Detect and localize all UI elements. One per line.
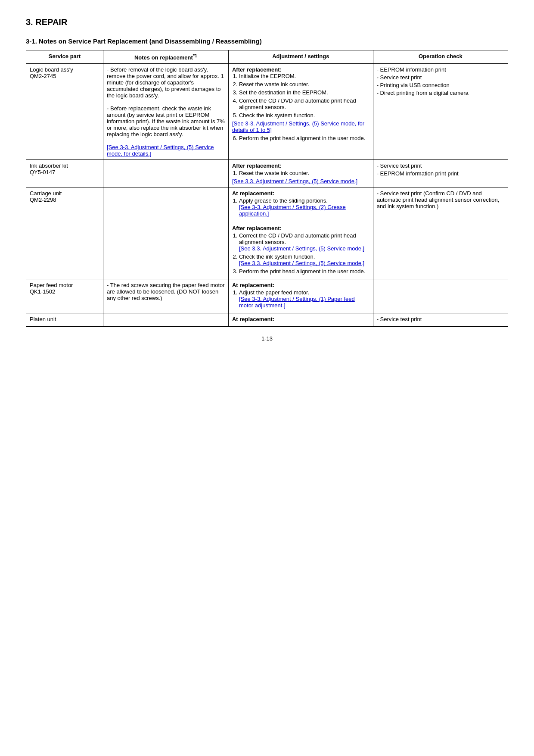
service-part-cell: Carriage unitQM2-2298 (26, 187, 103, 279)
table-row: Ink absorber kitQY5-0147 After replaceme… (26, 160, 508, 187)
service-part-cell: Logic board ass'yQM2-2745 (26, 64, 103, 160)
operation-cell: Service test print (Confirm CD / DVD and… (373, 187, 508, 279)
operation-cell: Service test print (373, 313, 508, 327)
notes-cell: - Before removal of the logic board ass'… (103, 64, 229, 160)
service-part-cell: Ink absorber kitQY5-0147 (26, 160, 103, 187)
adjustment-cell: At replacement: Adjust the paper feed mo… (228, 279, 373, 313)
header-operation: Operation check (373, 50, 508, 64)
operation-cell: EEPROM information print Service test pr… (373, 64, 508, 160)
header-notes: Notes on replacement*1 (103, 50, 229, 64)
operation-cell (373, 279, 508, 313)
chapter-title: 3. REPAIR (26, 17, 508, 27)
adjustment-cell: After replacement: Reset the waste ink c… (228, 160, 373, 187)
adjustment-cell: After replacement: Initialize the EEPROM… (228, 64, 373, 160)
page-number: 1-13 (261, 335, 273, 342)
adjustment-cell: At replacement: Apply grease to the slid… (228, 187, 373, 279)
replacement-table: Service part Notes on replacement*1 Adju… (26, 50, 508, 327)
adjustment-cell: At replacement: (228, 313, 373, 327)
header-adjustment: Adjustment / settings (228, 50, 373, 64)
table-row: Platen unit At replacement: Service test… (26, 313, 508, 327)
service-part-cell: Paper feed motorQK1-1502 (26, 279, 103, 313)
service-part-cell: Platen unit (26, 313, 103, 327)
table-row: Logic board ass'yQM2-2745 - Before remov… (26, 64, 508, 160)
operation-cell: Service test print EEPROM information pr… (373, 160, 508, 187)
notes-cell (103, 313, 229, 327)
table-row: Paper feed motorQK1-1502 - The red screw… (26, 279, 508, 313)
header-service-part: Service part (26, 50, 103, 64)
notes-cell: - The red screws securing the paper feed… (103, 279, 229, 313)
notes-cell (103, 160, 229, 187)
notes-cell (103, 187, 229, 279)
section-title: 3-1. Notes on Service Part Replacement (… (26, 37, 508, 45)
table-row: Carriage unitQM2-2298 At replacement: Ap… (26, 187, 508, 279)
